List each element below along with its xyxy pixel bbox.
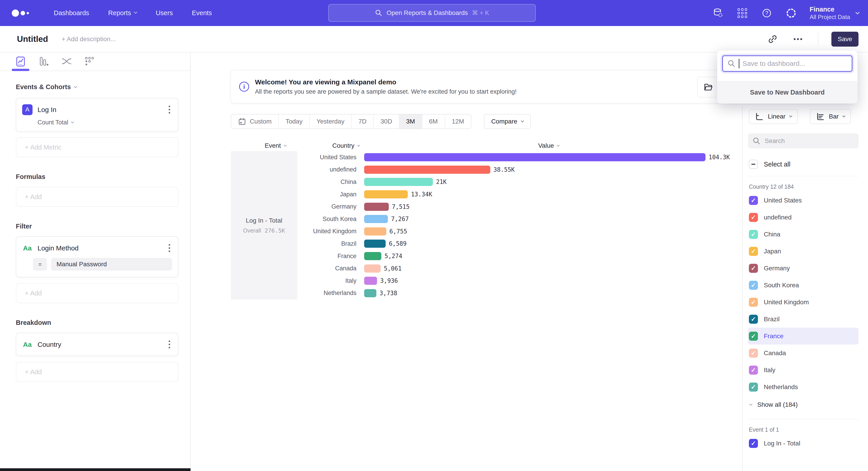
- breakdown-property-name[interactable]: Country: [37, 341, 61, 348]
- country-filter-row-italy[interactable]: Italy: [748, 361, 859, 379]
- apps-grid-icon[interactable]: [737, 7, 748, 19]
- country-filter-row-undefined[interactable]: undefined: [748, 209, 859, 226]
- country-filter-row-canada[interactable]: Canada: [748, 345, 859, 361]
- filter-value-chip[interactable]: Manual Password: [51, 258, 172, 271]
- filter-card[interactable]: Aa Login Method = Manual Password: [16, 236, 178, 277]
- global-search-bar[interactable]: Open Reports & Dashboards ⌘ + K: [328, 4, 536, 22]
- save-dashboard-search-input[interactable]: Save to dashboard...: [722, 55, 852, 72]
- bar-france[interactable]: [364, 252, 381, 260]
- settings-gear-icon[interactable]: [785, 7, 797, 19]
- country-checkbox[interactable]: [749, 365, 758, 375]
- copy-link-icon[interactable]: [766, 33, 779, 46]
- column-header-event[interactable]: Event: [265, 142, 286, 149]
- country-checkbox[interactable]: [749, 349, 758, 358]
- add-description[interactable]: + Add description...: [62, 35, 116, 43]
- country-filter-row-brazil[interactable]: Brazil: [748, 311, 859, 328]
- range-today[interactable]: Today: [279, 115, 310, 128]
- metric-event-name[interactable]: Log In: [37, 106, 56, 114]
- metric-aggregation-dropdown[interactable]: Count Total: [37, 119, 172, 126]
- segment-search-input[interactable]: Search: [748, 134, 859, 148]
- country-filter-row-france[interactable]: France: [748, 328, 859, 345]
- country-checkbox[interactable]: [749, 315, 758, 324]
- events-cohorts-section-label[interactable]: Events & Cohorts: [16, 83, 178, 91]
- add-metric-button[interactable]: + Add Metric: [16, 137, 178, 157]
- more-options-icon[interactable]: •••: [792, 33, 805, 46]
- country-checkbox[interactable]: [749, 281, 758, 290]
- save-to-new-dashboard-button[interactable]: Save to New Dashboard: [717, 81, 857, 104]
- column-header-value[interactable]: Value: [538, 142, 559, 149]
- add-filter-button[interactable]: + Add: [16, 283, 178, 303]
- metric-card[interactable]: A Log In Count Total: [16, 98, 178, 132]
- event-checkbox[interactable]: [749, 439, 758, 448]
- add-breakdown-button[interactable]: + Add: [16, 362, 178, 382]
- country-checkbox[interactable]: [749, 383, 758, 391]
- country-checkbox[interactable]: [749, 213, 758, 222]
- filter-operator-chip[interactable]: =: [33, 258, 47, 271]
- country-filter-row-south-korea[interactable]: South Korea: [748, 277, 859, 294]
- help-icon[interactable]: ?: [761, 7, 773, 19]
- range-6m[interactable]: 6M: [422, 115, 445, 128]
- event-filter-row-log-in-total[interactable]: Log In - Total: [748, 435, 859, 452]
- country-checkbox[interactable]: [749, 196, 758, 205]
- range-custom[interactable]: Custom: [231, 115, 279, 128]
- bar-netherlands[interactable]: [364, 289, 376, 297]
- country-filter-row-netherlands[interactable]: Netherlands: [748, 379, 859, 395]
- mixpanel-logo[interactable]: [12, 9, 29, 17]
- country-checkbox[interactable]: [749, 247, 758, 256]
- bar-south-korea[interactable]: [364, 215, 388, 223]
- breakdown-kebab-menu-icon[interactable]: [167, 338, 172, 350]
- country-checkbox[interactable]: [749, 264, 758, 273]
- country-filter-row-united-states[interactable]: United States: [748, 192, 859, 209]
- save-button[interactable]: Save: [831, 32, 859, 47]
- range-7d[interactable]: 7D: [352, 115, 374, 128]
- tab-funnels[interactable]: [37, 55, 50, 68]
- country-filter-row-china[interactable]: China: [748, 226, 859, 243]
- show-all-button[interactable]: Show all (184): [748, 398, 859, 412]
- chart-scale-dropdown[interactable]: Linear: [749, 109, 798, 124]
- country-filter-row-united-kingdom[interactable]: United Kingdom: [748, 294, 859, 311]
- bar-japan[interactable]: [364, 190, 408, 198]
- bar-united-kingdom[interactable]: [364, 227, 386, 235]
- bar-brazil[interactable]: [364, 240, 385, 248]
- bar-italy[interactable]: [364, 277, 377, 285]
- report-title[interactable]: Untitled: [17, 34, 48, 44]
- nav-item-users[interactable]: Users: [156, 9, 173, 17]
- tab-flows[interactable]: [60, 55, 73, 68]
- bar-value-label: 5,061: [384, 265, 401, 272]
- chart-type-dropdown[interactable]: Bar: [810, 109, 851, 124]
- chevron-down-icon: [284, 144, 287, 147]
- range-12m[interactable]: 12M: [445, 115, 471, 128]
- select-all-checkbox[interactable]: [749, 160, 758, 169]
- filter-kebab-menu-icon[interactable]: [167, 242, 172, 254]
- nav-item-events[interactable]: Events: [192, 9, 212, 17]
- breakdown-card[interactable]: Aa Country: [16, 333, 178, 356]
- country-filter-row-germany[interactable]: Germany: [748, 260, 859, 277]
- bar-undefined[interactable]: [364, 166, 490, 174]
- project-switcher[interactable]: Finance All Project Data: [810, 5, 859, 21]
- country-checkbox[interactable]: [749, 298, 758, 307]
- nav-item-dashboards[interactable]: Dashboards: [54, 9, 89, 17]
- chevron-down-icon: [557, 144, 560, 147]
- compare-button[interactable]: Compare: [484, 114, 531, 129]
- filter-property-name[interactable]: Login Method: [37, 244, 79, 252]
- bar-germany[interactable]: [364, 203, 389, 211]
- country-filter-row-japan[interactable]: Japan: [748, 243, 859, 260]
- data-management-icon[interactable]: [712, 7, 724, 19]
- tab-retention[interactable]: [83, 55, 96, 68]
- bar-canada[interactable]: [364, 264, 381, 273]
- add-formula-button[interactable]: + Add: [16, 187, 178, 207]
- range-yesterday[interactable]: Yesterday: [310, 115, 352, 128]
- country-label: China: [764, 231, 780, 238]
- bar-china[interactable]: [364, 178, 433, 186]
- tab-insights[interactable]: [14, 55, 27, 68]
- country-checkbox[interactable]: [749, 332, 758, 341]
- range-30d[interactable]: 30D: [374, 115, 399, 128]
- country-checkbox[interactable]: [749, 230, 758, 239]
- range-3m[interactable]: 3M: [399, 115, 422, 128]
- column-header-country[interactable]: Country: [332, 142, 360, 149]
- select-all-row[interactable]: Select all: [748, 160, 859, 169]
- country-filter-list: United StatesundefinedChinaJapanGermanyS…: [748, 192, 859, 395]
- metric-kebab-menu-icon[interactable]: [167, 104, 172, 115]
- nav-item-reports[interactable]: Reports: [108, 9, 137, 17]
- bar-united-states[interactable]: [364, 153, 706, 161]
